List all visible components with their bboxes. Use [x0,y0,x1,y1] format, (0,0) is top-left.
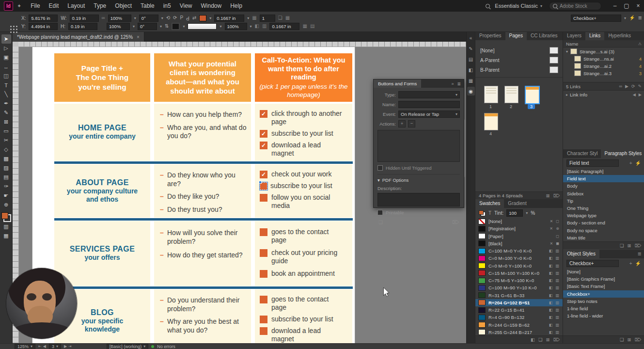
shear-input[interactable]: 0° [138,23,157,30]
rotate-ccw-icon[interactable]: ⟲ [166,15,170,21]
checkbox-checked[interactable]: ✓ [260,171,267,178]
tab-links[interactable]: Links [585,32,604,40]
grid-icon[interactable]: ▦ [252,15,256,21]
formatting-affects-text-icon[interactable]: T [488,210,491,216]
menu-object[interactable]: Object [110,0,136,12]
collapse-panels-icon[interactable]: « [467,33,475,42]
eyedropper-tool[interactable]: ✑ [1,182,11,191]
style-row-selected[interactable]: Field text [563,175,644,182]
swatch-row[interactable]: C=75 M=5 Y=100 K=0◧ ▥ [475,277,563,284]
next-link-icon[interactable]: ▶ [639,93,642,97]
page-number-3[interactable]: 3 [524,104,539,109]
hidden-checkbox[interactable] [377,165,383,171]
quick-apply-icon[interactable]: ⚡ [635,160,641,166]
current-object-style[interactable]: Checkbox+ [566,260,619,267]
panel-menu-icon[interactable]: ≣ [638,250,644,258]
swatch-row-selected[interactable]: R=204 G=102 B=51◧ ▥ [475,299,563,306]
parent-row-a[interactable]: A-Parent [475,56,563,64]
swatch-row[interactable]: C=100 M=90 Y=10 K=0◧ ▥ [475,284,563,291]
hidden-until-triggered-row[interactable]: Hidden Until Triggered [377,165,460,171]
menu-file[interactable]: File [26,0,44,12]
link-page-number[interactable]: 3 [639,71,642,76]
link-row[interactable]: Strange…ns.ai 4 [569,55,644,62]
style-override-icon[interactable]: + [629,160,632,166]
checkbox-unchecked[interactable] [260,296,267,303]
free-transform-tool[interactable]: ◇ [1,145,11,154]
text-wrap-icon[interactable]: ▥ [262,23,267,30]
type-tool[interactable]: T [1,80,11,90]
chevron-down-icon[interactable]: ▾ [133,24,135,29]
new-spread-icon[interactable]: ⊞ [546,193,550,198]
object-style-dropdown[interactable]: Checkbox+ [571,15,621,22]
add-action-button[interactable]: + [398,120,406,127]
event-dropdown[interactable]: On Release or Tap ▾ [398,111,460,118]
checkbox-unchecked[interactable] [260,270,267,278]
page-number-2[interactable]: 2 [503,104,518,109]
align-icons[interactable]: ❏ [278,15,283,21]
link-info-header[interactable]: ▸ Link Info ◀ ▶ [563,91,644,98]
chevron-down-icon[interactable]: ▾ [160,24,162,29]
pdf-options-section[interactable]: ▾ PDF Options [377,174,460,183]
goto-link-icon[interactable]: ▶ [625,84,628,89]
delete-page-icon[interactable]: ⌦ [553,193,560,198]
name-input[interactable] [398,101,460,108]
delete-style-icon[interactable]: ⌦ [635,337,641,342]
zoom-tool[interactable]: ⊕ [1,200,11,209]
delete-style-icon[interactable]: ⌦ [635,243,641,248]
grid-icon[interactable]: ▦ [302,23,307,30]
next-page-button[interactable]: ▶ [64,344,67,349]
search-icon[interactable] [486,4,490,8]
style-row[interactable]: Body - section end [563,219,644,226]
apply-color-button[interactable]: ▥ [1,222,11,231]
style-row[interactable]: Main title [563,234,644,241]
show-swatch-kinds-icon[interactable]: ◧ [531,337,535,342]
object-style-row[interactable]: [Basic Text Frame] [563,283,644,290]
tab-swatches[interactable]: Swatches [475,199,504,208]
parent-thumbnail[interactable] [550,66,558,73]
document-tab[interactable]: *Webpage planning lead magnet_draft2.ind… [13,32,144,42]
w-input[interactable]: 0.19 in [70,15,99,22]
preflight-menu[interactable]: [Basic] (working) ▾ [107,344,149,349]
zoom-level-dropdown[interactable]: 125% ▾ [15,344,35,349]
direct-selection-tool[interactable]: ▷ [1,44,11,53]
printable-row[interactable]: Printable [377,210,460,215]
style-row[interactable]: Sidebox [563,190,644,197]
grid-icon[interactable]: ▦ [285,15,290,21]
last-page-button[interactable]: ⇥ [68,344,72,349]
previous-link-icon[interactable]: ◀ [633,93,636,97]
horizontal-ruler[interactable] [18,42,466,47]
panel-menu-icon[interactable]: ≣ [638,15,642,21]
content-collector-tool[interactable]: ◫ [1,71,11,80]
parent-row-b[interactable]: B-Parent [475,65,563,74]
panel-tab[interactable]: Buttons and Forms [374,79,421,88]
scale-y-input[interactable]: 100% [107,23,130,30]
new-swatch-group-icon[interactable]: ❏ [538,337,543,342]
align-icon[interactable]: ▤ [310,23,314,30]
tab-layers[interactable]: Layers [563,32,585,40]
stroke-weight-input[interactable]: 0.1667 in [214,15,244,22]
scale-x-input[interactable]: 100% [108,15,131,22]
link-row[interactable]: Strange…ai.2 4 [569,63,644,69]
menu-layout[interactable]: Layout [63,0,89,12]
chevron-down-icon[interactable]: ▾ [247,16,249,20]
object-style-row[interactable]: [Basic Graphics Frame] [563,275,644,283]
paragraph-direction-reverse-icon[interactable]: P [186,15,189,21]
style-row[interactable]: Tip [563,197,644,205]
chevron-down-icon[interactable]: ▾ [209,16,211,20]
style-override-icon[interactable]: + [629,261,632,266]
link-page-number[interactable]: 4 [639,63,642,69]
hand-tool[interactable]: ☛ [1,191,11,200]
tab-paragraph-styles[interactable]: Paragraph Styles [601,149,644,158]
style-row[interactable]: Webpage type [563,212,644,219]
printable-checkbox[interactable] [377,210,383,215]
checkbox-checked[interactable]: ✓ [260,110,267,118]
effects-panel-icon[interactable]: ◧ [467,65,475,74]
delete-swatch-icon[interactable]: ⌦ [553,337,560,342]
stroke-type-preview[interactable] [188,23,217,30]
swatch-row[interactable]: R=255 G=244 B=217◧ ▥ [475,329,563,336]
new-style-group-icon[interactable]: ❏ [620,337,624,342]
swatch-row[interactable]: C=100 M=0 Y=0 K=0◧ ▥ [475,247,563,254]
fill-stroke-proxy[interactable] [479,210,486,216]
object-style-row[interactable]: Step two notes [563,298,644,305]
style-row[interactable]: One Thing [563,205,644,212]
